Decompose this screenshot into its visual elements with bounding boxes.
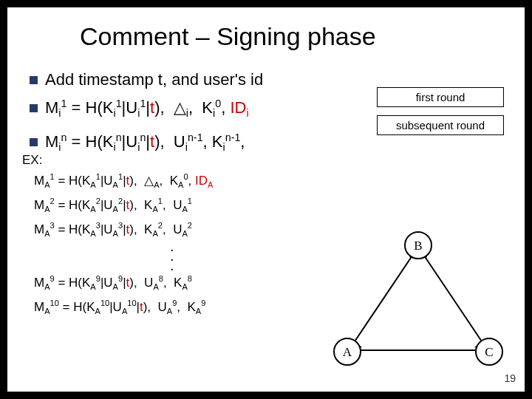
node-b-label: B xyxy=(414,239,422,253)
edge-ab xyxy=(349,247,418,350)
node-c-label: C xyxy=(485,345,493,359)
slide-title: Comment – Signing phase xyxy=(80,22,376,51)
slide: Comment – Signing phase Add timestamp t,… xyxy=(7,7,525,392)
bullet-list: Add timestamp t, and user's id Mi1 = H(K… xyxy=(30,66,263,160)
bullet-3-text: Min = H(Kin|Uin|t), Uin-1, Kin-1, xyxy=(45,132,245,151)
example-header: EX: xyxy=(22,152,213,168)
slide-number: 19 xyxy=(504,372,516,384)
label-first-round: first round xyxy=(377,87,504,107)
graph-svg: B A C xyxy=(327,225,510,372)
example-line-1: MA1 = H(KA1|UA1|t), △A, KA0, IDA xyxy=(34,168,213,193)
example-line-10: MA10 = H(KA10|UA10|t), UA9, KA9 xyxy=(34,295,213,319)
example-line-9: MA9 = H(KA9|UA9|t), UA8, KA8 xyxy=(34,270,213,295)
label-subsequent-round: subsequent round xyxy=(377,115,504,135)
example-line-2: MA2 = H(KA2|UA2|t), KA1, UA1 xyxy=(34,193,213,217)
example-line-3: MA3 = H(KA3|UA3|t), KA2, UA2 xyxy=(34,217,213,242)
edge-bc xyxy=(418,247,488,350)
example-block: EX: MA1 = H(KA1|UA1|t), △A, KA0, IDA MA2… xyxy=(22,152,213,319)
bullet-icon xyxy=(30,76,38,84)
bullet-2-text: Mi1 = H(Ki1|Ui1|t), △i, Ki0, IDi xyxy=(45,98,249,117)
bullet-1-text: Add timestamp t, and user's id xyxy=(45,70,263,89)
bullet-2: Mi1 = H(Ki1|Ui1|t), △i, Ki0, IDi xyxy=(30,93,263,124)
bullet-icon xyxy=(30,138,38,146)
graph-triangle: B A C xyxy=(327,225,510,372)
ellipsis: ... xyxy=(170,242,213,270)
bullet-1: Add timestamp t, and user's id xyxy=(30,69,263,90)
bullet-icon xyxy=(30,104,38,112)
node-a-label: A xyxy=(343,345,352,359)
